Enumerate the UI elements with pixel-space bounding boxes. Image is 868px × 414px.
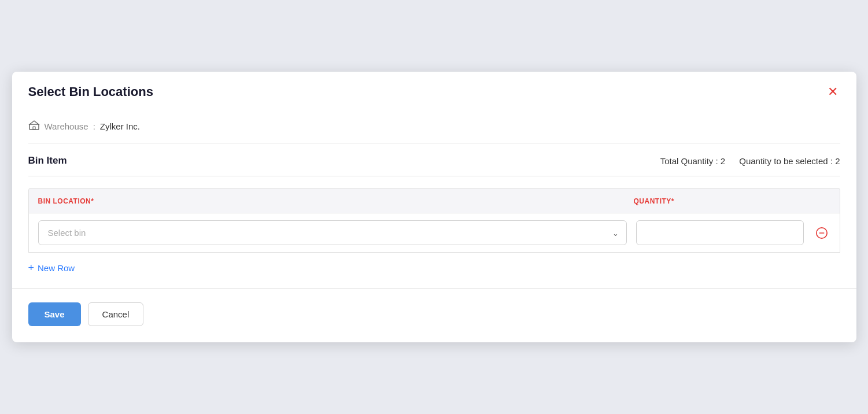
table-row: Select bin ⌄ (28, 213, 840, 253)
modal-body: Warehouse : Zylker Inc. Bin Item Total Q… (12, 110, 856, 279)
quantity-column-label: QUANTITY* (634, 197, 675, 205)
quantity-info: Total Quantity : 2 Quantity to be select… (660, 156, 840, 166)
bin-table: BIN LOCATION* QUANTITY* Select bin ⌄ (28, 188, 840, 253)
modal-footer: Save Cancel (12, 288, 856, 342)
plus-icon: + (28, 262, 35, 274)
save-button[interactable]: Save (28, 302, 81, 326)
col-bin-location-header: BIN LOCATION* (38, 195, 634, 206)
cancel-button[interactable]: Cancel (88, 302, 144, 326)
modal-title: Select Bin Locations (28, 84, 153, 99)
total-quantity-label: Total Quantity : 2 (660, 156, 726, 166)
new-row-button[interactable]: + New Row (28, 253, 75, 279)
bin-item-section: Bin Item Total Quantity : 2 Quantity to … (28, 143, 840, 176)
warehouse-name: Zylker Inc. (100, 121, 140, 131)
quantity-to-select-label: Quantity to be selected : 2 (739, 156, 840, 166)
modal-header: Select Bin Locations ✕ (12, 72, 856, 110)
warehouse-separator: : (93, 121, 95, 131)
remove-row-button[interactable] (813, 224, 830, 242)
warehouse-label: Warehouse (45, 121, 88, 131)
bin-location-select[interactable]: Select bin (38, 220, 627, 245)
warehouse-icon (28, 119, 40, 134)
table-header: BIN LOCATION* QUANTITY* (28, 188, 840, 213)
bin-item-title: Bin Item (28, 155, 67, 167)
quantity-input-wrapper (636, 220, 804, 245)
remove-circle-icon (815, 227, 828, 239)
quantity-input[interactable] (636, 220, 804, 245)
col-quantity-header: QUANTITY* (634, 195, 830, 206)
close-button[interactable]: ✕ (825, 83, 840, 101)
new-row-label: New Row (38, 263, 75, 273)
select-bin-locations-modal: Select Bin Locations ✕ Warehouse : Zylke… (12, 72, 856, 342)
bin-location-column-label: BIN LOCATION* (38, 197, 94, 205)
warehouse-section: Warehouse : Zylker Inc. (28, 110, 840, 143)
bin-location-select-wrapper: Select bin ⌄ (38, 220, 627, 245)
